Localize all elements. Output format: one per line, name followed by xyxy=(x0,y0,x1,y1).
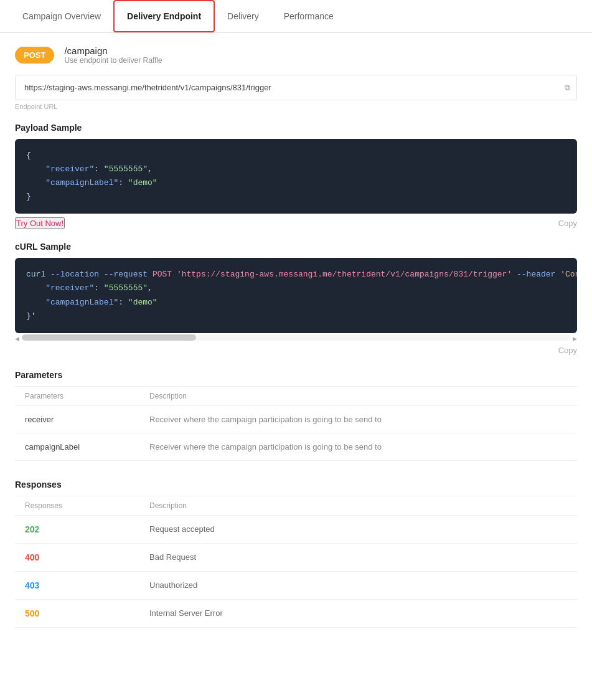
param-desc-receiver: Receiver where the campaign participatio… xyxy=(149,415,567,424)
response-code-400: 400 xyxy=(25,552,149,562)
parameters-title: Parameters xyxy=(15,370,577,380)
responses-title: Responses xyxy=(15,480,577,490)
parameters-section: Parameters Parameters Description receiv… xyxy=(15,370,577,461)
payload-copy-button[interactable]: Copy xyxy=(558,219,577,228)
response-desc-400: Bad Request xyxy=(149,552,567,562)
tab-performance[interactable]: Performance xyxy=(271,0,346,32)
payload-footer: Try Out Now! Copy xyxy=(15,217,577,229)
table-row: receiver Receiver where the campaign par… xyxy=(15,406,577,433)
payload-code-block: { "receiver": "5555555", "campaignLabel"… xyxy=(15,139,577,214)
tab-delivery-endpoint[interactable]: Delivery Endpoint xyxy=(113,0,215,32)
table-row: 202 Request accepted xyxy=(15,516,577,544)
post-badge: POST xyxy=(15,47,54,64)
parameters-table-header: Parameters Description xyxy=(15,386,577,406)
params-desc-header: Description xyxy=(149,392,567,400)
endpoint-info: /campaign Use endpoint to deliver Raffle xyxy=(64,45,162,65)
try-out-now-button[interactable]: Try Out Now! xyxy=(15,217,65,229)
curl-scrollbar-thumb[interactable] xyxy=(22,334,196,341)
param-name-receiver: receiver xyxy=(25,415,149,424)
table-row: campaignLabel Receiver where the campaig… xyxy=(15,433,577,461)
param-desc-campaignlabel: Receiver where the campaign participatio… xyxy=(149,442,567,452)
tab-campaign-overview[interactable]: Campaign Overview xyxy=(10,0,113,32)
curl-code-block: curl --location --request POST 'https://… xyxy=(15,258,577,333)
endpoint-description: Use endpoint to deliver Raffle xyxy=(64,56,162,65)
response-code-403: 403 xyxy=(25,580,149,590)
params-col-header: Parameters xyxy=(25,392,149,400)
response-desc-403: Unauthorized xyxy=(149,580,567,590)
table-row: 500 Internal Server Error xyxy=(15,600,577,628)
url-label: Endpoint URL xyxy=(15,103,577,110)
curl-copy-row: Copy xyxy=(15,346,577,355)
response-code-202: 202 xyxy=(25,524,149,534)
responses-section: Responses Responses Description 202 Requ… xyxy=(15,480,577,628)
payload-sample-title: Payload Sample xyxy=(15,123,577,133)
scroll-right-arrow[interactable]: ▶ xyxy=(573,336,577,342)
curl-sample-title: cURL Sample xyxy=(15,242,577,252)
param-name-campaignlabel: campaignLabel xyxy=(25,442,149,452)
response-code-500: 500 xyxy=(25,608,149,618)
table-row: 400 Bad Request xyxy=(15,544,577,572)
endpoint-url-text: https://staging-aws.messangi.me/thetride… xyxy=(24,83,271,92)
table-row: 403 Unauthorized xyxy=(15,572,577,600)
curl-scrollbar-row: ◀ ▶ xyxy=(15,334,577,343)
endpoint-url-box: https://staging-aws.messangi.me/thetride… xyxy=(15,75,577,100)
tab-navigation: Campaign Overview Delivery Endpoint Deli… xyxy=(0,0,592,33)
endpoint-header: POST /campaign Use endpoint to deliver R… xyxy=(15,45,577,65)
response-desc-header: Description xyxy=(149,501,567,510)
scroll-left-arrow[interactable]: ◀ xyxy=(15,336,19,342)
response-desc-500: Internal Server Error xyxy=(149,608,567,618)
curl-copy-button[interactable]: Copy xyxy=(558,346,577,355)
main-content: POST /campaign Use endpoint to deliver R… xyxy=(0,33,592,640)
responses-table-header: Responses Description xyxy=(15,496,577,516)
response-col-header: Responses xyxy=(25,501,149,510)
endpoint-path: /campaign xyxy=(64,45,162,56)
response-desc-202: Request accepted xyxy=(149,524,567,534)
copy-url-icon[interactable]: ⧉ xyxy=(565,83,570,93)
curl-scrollbar-track[interactable] xyxy=(22,334,570,341)
tab-delivery[interactable]: Delivery xyxy=(215,0,271,32)
